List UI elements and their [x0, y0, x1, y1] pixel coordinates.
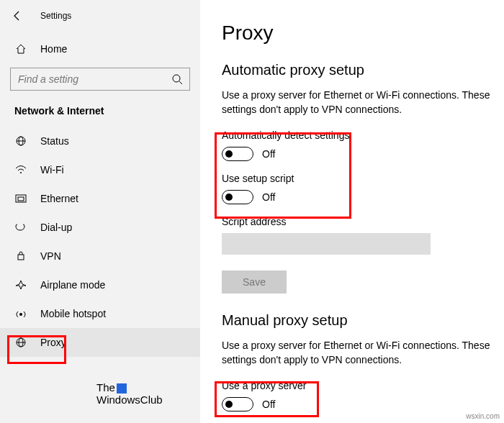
svg-point-5	[20, 172, 22, 173]
watermark-line1: The	[96, 381, 115, 394]
ethernet-icon	[14, 194, 27, 204]
search-input[interactable]	[10, 68, 190, 91]
watermark-logo-icon	[117, 383, 127, 394]
auto-detect-group: Automatically detect settings Off	[222, 129, 504, 161]
toggle-knob	[225, 401, 233, 408]
proxy-server-state: Off	[262, 399, 275, 410]
sidebar-item-status[interactable]: Status	[0, 127, 200, 155]
hotspot-icon	[14, 309, 27, 319]
proxy-label: Proxy	[40, 337, 66, 348]
save-button: Save	[222, 270, 287, 294]
content-pane: Proxy Automatic proxy setup Use a proxy …	[200, 0, 504, 423]
sidebar-item-home[interactable]: Home	[0, 36, 200, 62]
manual-heading: Manual proxy setup	[222, 312, 504, 329]
script-address-input	[222, 233, 431, 255]
proxy-icon	[14, 337, 27, 347]
dialup-label: Dial-up	[40, 222, 72, 233]
sidebar-item-wifi[interactable]: Wi-Fi	[0, 155, 200, 184]
sidebar-item-vpn[interactable]: VPN	[0, 242, 200, 270]
auto-detect-state: Off	[262, 148, 275, 160]
svg-rect-8	[18, 255, 24, 260]
proxy-server-group: Use a proxy server Off	[222, 380, 504, 411]
hotspot-label: Mobile hotspot	[40, 308, 106, 319]
svg-point-0	[173, 75, 180, 82]
auto-detect-label: Automatically detect settings	[222, 129, 504, 141]
arrow-left-icon	[12, 10, 23, 22]
proxy-server-toggle[interactable]	[222, 397, 253, 411]
footer-credit: wsxin.com	[466, 412, 500, 420]
toggle-knob	[225, 194, 233, 201]
wifi-icon	[14, 165, 27, 175]
svg-rect-7	[18, 197, 24, 201]
status-icon	[14, 136, 27, 146]
home-icon	[14, 43, 27, 55]
airplane-label: Airplane mode	[40, 279, 105, 291]
auto-desc: Use a proxy server for Ethernet or Wi-Fi…	[222, 88, 495, 117]
setup-script-group: Use setup script Off	[222, 173, 504, 204]
vpn-label: VPN	[40, 250, 61, 262]
auto-detect-toggle[interactable]	[222, 147, 253, 161]
watermark-line2: WindowsClub	[96, 394, 163, 406]
search-icon[interactable]	[171, 73, 183, 85]
ethernet-label: Ethernet	[40, 193, 78, 204]
svg-line-1	[179, 81, 182, 84]
setup-script-toggle[interactable]	[222, 190, 253, 204]
sidebar-header: Settings	[0, 0, 200, 36]
toggle-knob	[225, 150, 233, 158]
script-address-label: Script address	[222, 216, 504, 227]
sidebar-item-ethernet[interactable]: Ethernet	[0, 184, 200, 213]
back-button[interactable]	[9, 7, 26, 24]
search-box	[10, 68, 190, 91]
proxy-server-label: Use a proxy server	[222, 380, 504, 391]
status-label: Status	[40, 135, 69, 147]
sidebar-item-proxy[interactable]: Proxy	[0, 328, 200, 357]
sidebar-item-hotspot[interactable]: Mobile hotspot	[0, 299, 200, 328]
sidebar: Settings Home Network & Internet Status …	[0, 0, 200, 423]
dialup-icon	[14, 222, 27, 232]
home-label: Home	[40, 43, 67, 55]
page-title: Proxy	[222, 22, 504, 45]
sidebar-item-airplane[interactable]: Airplane mode	[0, 270, 200, 299]
wifi-label: Wi-Fi	[40, 164, 64, 176]
setup-script-state: Off	[262, 191, 275, 203]
sidebar-section-title: Network & Internet	[0, 101, 200, 127]
auto-heading: Automatic proxy setup	[222, 62, 504, 78]
manual-desc: Use a proxy server for Ethernet or Wi-Fi…	[222, 339, 495, 367]
vpn-icon	[14, 251, 27, 261]
airplane-icon	[14, 280, 27, 290]
app-title: Settings	[40, 11, 71, 21]
setup-script-label: Use setup script	[222, 173, 504, 184]
sidebar-item-dialup[interactable]: Dial-up	[0, 213, 200, 242]
svg-point-9	[19, 313, 22, 316]
watermark: The WindowsClub	[96, 381, 163, 406]
